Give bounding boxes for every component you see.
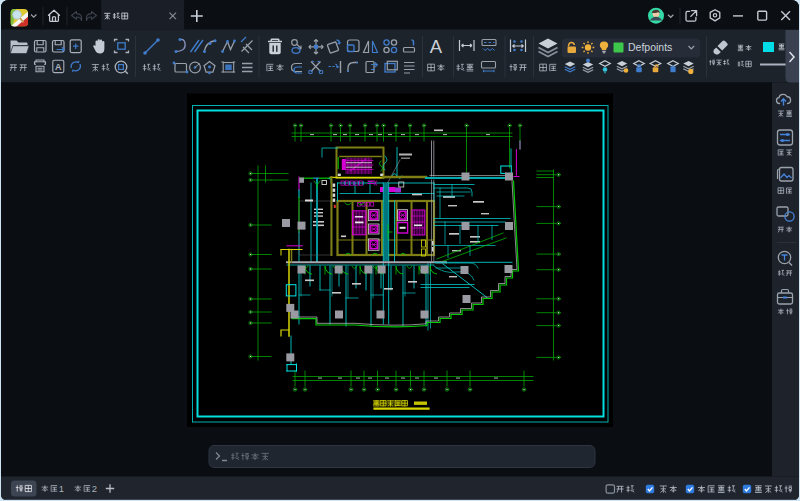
svg-text:2: 2 bbox=[92, 483, 97, 494]
svg-text:A: A bbox=[430, 36, 443, 57]
svg-text:A: A bbox=[55, 62, 62, 72]
svg-text:Defpoints: Defpoints bbox=[628, 41, 672, 53]
svg-text:1: 1 bbox=[59, 483, 64, 494]
